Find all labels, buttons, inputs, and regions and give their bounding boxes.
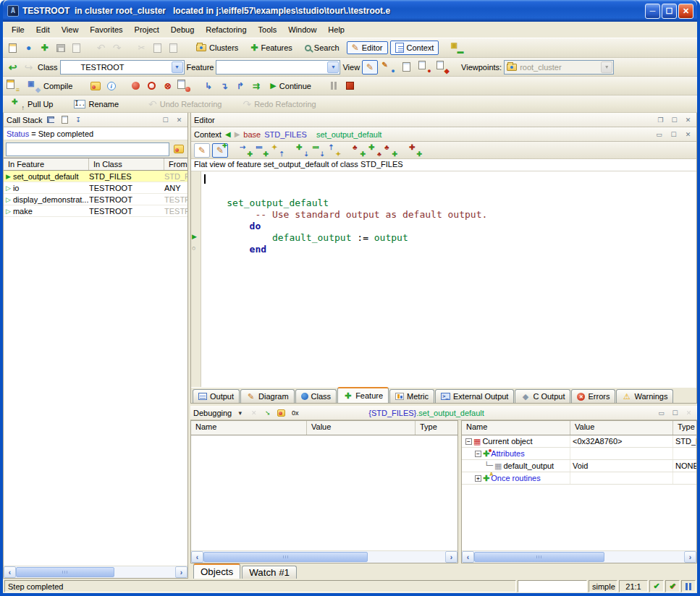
save-call-stack-icon[interactable] [46,115,56,125]
exception-dialog-icon[interactable] [276,408,287,418]
back-icon[interactable]: ↩ [6,61,20,74]
show-callees-icon[interactable]: ✚⇣ [295,144,309,156]
close-button[interactable]: ✕ [678,4,693,19]
code-lines[interactable]: set_output_default-- Use standard output… [201,171,696,387]
open-icon[interactable]: ● [22,41,35,54]
import-call-stack-icon[interactable]: ↧ [73,115,84,125]
cut-icon[interactable]: ✂ [135,41,148,54]
maximize-editor-icon[interactable]: ☐ [669,115,680,125]
menu-view[interactable]: View [56,23,85,36]
enable-breakpoints-icon[interactable] [129,80,143,93]
menu-favorites[interactable]: Favorites [84,23,128,36]
objects-column-type[interactable]: Type [673,421,696,435]
close-panel-icon[interactable]: ✕ [174,115,185,125]
call-stack-row[interactable]: ▷ioTESTROOTANY [4,182,187,194]
project-settings-icon[interactable]: ≡ [6,80,20,93]
show-ancestors-icon[interactable]: ♣✚ [352,144,366,156]
menu-project[interactable]: Project [129,23,165,36]
show-assigners-icon[interactable]: ≔✚ [255,144,269,156]
show-creators-icon[interactable]: ✦⇡ [271,144,284,156]
pull-up-button[interactable]: ✚↑Pull Up [6,95,58,113]
external-commands-icon[interactable]: ▣▬ [450,41,463,54]
remove-breakpoints-icon[interactable]: ⊗ [161,80,174,93]
new-window-icon[interactable] [6,41,20,54]
scroll-thumb[interactable] [16,567,114,577]
watch-column-name[interactable]: Name [191,421,307,435]
object-tree-row[interactable]: +✚Once routines [462,472,696,485]
watch-column-type[interactable]: Type [416,421,457,435]
code-line[interactable]: do [204,221,696,232]
code-area[interactable]: ▶○ set_output_default-- Use standard out… [191,171,696,387]
undo-refactoring-button[interactable]: ↶Undo Refactoring [143,96,227,112]
view-contract-icon[interactable]: ● [416,60,432,74]
collapse-icon[interactable]: − [465,438,472,445]
execution-point-icon[interactable]: ▶ [192,232,197,241]
tab-output[interactable]: Output [193,389,240,403]
crumb-base[interactable]: base [243,130,261,139]
title-bar[interactable]: A TESTROOT in cluster root_cluster locat… [3,0,697,22]
watch-body[interactable] [191,435,457,550]
crumb-class[interactable]: STD_FILES [264,130,307,139]
view-flat-icon[interactable] [398,60,414,74]
forward-icon[interactable]: ↪ [22,61,35,74]
info-icon[interactable]: i [104,80,118,93]
class-combo-arrow-icon[interactable]: ▼ [172,61,183,73]
continue-button[interactable]: ▶Continue [265,79,316,93]
crumb-feature[interactable]: set_output_default [316,130,382,139]
show-suppliers-icon[interactable]: ✚✚ [408,144,422,156]
view-basic-text-icon[interactable]: ✎ [362,60,378,74]
column-in-class[interactable]: In Class [89,158,164,170]
copy-icon[interactable] [151,41,164,54]
show-descendants-icon[interactable]: ✚♣ [368,144,381,156]
tab-external-output[interactable]: >_External Output [435,389,514,403]
stop-icon[interactable] [343,80,357,93]
breakpoint-margin[interactable]: ▶○ [191,171,201,387]
disable-breakpoints-icon[interactable] [145,80,159,93]
exception-filter-input[interactable] [6,142,169,156]
show-creations-icon[interactable]: ⇡✦ [327,144,341,156]
class-combobox[interactable]: TESTROOT ▼ [60,60,185,74]
close-debug-view-icon[interactable]: ✕ [248,408,259,418]
context-back-icon[interactable]: ◀ [225,130,231,138]
run-no-stop-icon[interactable]: ⇉ [249,80,263,93]
redo-refactoring-button[interactable]: ↷Redo Refactoring [237,96,321,112]
objects-hscrollbar[interactable]: ‹ › [462,550,696,563]
clusters-button[interactable]: Clusters [191,41,243,54]
paste-icon[interactable] [166,41,180,54]
objects-tree[interactable]: −▦Current object<0x32A8760>STD_FILES−✚At… [462,435,696,550]
maximize-debug-icon[interactable]: ☐ [670,408,680,418]
menu-help[interactable]: Help [322,23,350,36]
context-forward-icon[interactable]: ▶ [235,130,240,138]
scroll-track[interactable] [16,566,175,578]
close-context-icon[interactable]: ✕ [683,129,693,140]
editor-toggle-button[interactable]: ✎Editor [347,41,388,54]
object-tree-row[interactable]: └─▦default_outputVoidNONE [462,460,696,472]
scroll-right-icon[interactable]: › [445,551,457,563]
scroll-right-icon[interactable]: › [175,566,187,578]
menu-edit[interactable]: Edit [30,23,56,36]
show-clients-icon[interactable]: ♣✚ [384,144,397,156]
call-stack-row[interactable]: ▷display_demonstrat...TESTROOTTESTROOT [4,194,187,205]
redo-icon[interactable]: ↷ [110,41,124,54]
feature-combo-arrow-icon[interactable]: ▼ [327,61,339,73]
minimize-context-icon[interactable]: ▭ [654,129,665,140]
column-in-feature[interactable]: In Feature [4,158,89,170]
tab-warnings[interactable]: ⚠Warnings [616,389,673,403]
save-icon[interactable] [54,41,67,54]
scroll-track[interactable] [474,551,684,563]
show-callers-icon[interactable]: ⇢✚ [239,144,253,156]
menu-debug[interactable]: Debug [165,23,200,36]
tab-diagram[interactable]: ✎Diagram [240,389,295,403]
tab-class[interactable]: Class [295,389,337,403]
close-editor-icon[interactable]: ✕ [683,115,693,125]
save-all-icon[interactable] [69,41,83,54]
menu-window[interactable]: Window [282,23,322,36]
edit-feature-icon[interactable]: ✎ [194,143,210,158]
minimize-debug-icon[interactable]: ▭ [656,408,667,418]
code-line[interactable]: default_output := output [204,232,696,244]
show-assignees-icon[interactable]: ≕⇣ [311,144,325,156]
step-into-icon[interactable]: ↳ [201,80,215,93]
object-tree-row[interactable]: −✚Attributes [462,448,696,460]
features-button[interactable]: ✚Features [245,41,297,55]
code-line[interactable] [204,174,696,186]
